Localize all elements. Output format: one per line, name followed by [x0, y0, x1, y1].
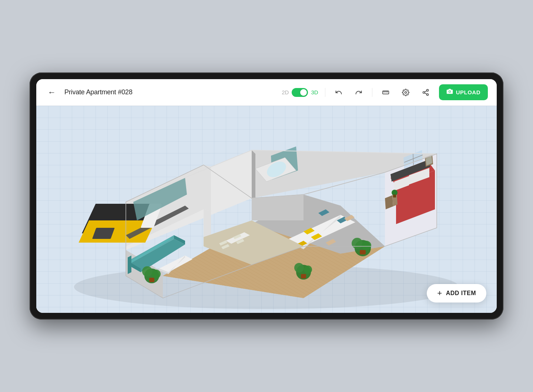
back-button[interactable]: ←: [45, 86, 58, 99]
app-container: ← Private Apartment #028 2D 3D: [36, 79, 497, 313]
svg-point-55: [362, 241, 371, 250]
svg-point-12: [449, 91, 450, 92]
redo-icon: [355, 89, 362, 96]
svg-point-54: [352, 238, 363, 249]
view-3d-label: 3D: [311, 89, 318, 95]
toolbar-separator-1: [325, 88, 325, 97]
add-item-button[interactable]: + ADD ITEM: [427, 284, 486, 303]
svg-rect-76: [393, 195, 396, 197]
canvas-area[interactable]: + ADD ITEM: [36, 106, 497, 313]
view-2d-label: 2D: [282, 89, 289, 95]
add-item-plus-icon: +: [437, 289, 442, 297]
svg-rect-91: [301, 274, 306, 278]
svg-line-78: [413, 154, 413, 166]
toolbar-right: 2D 3D: [282, 84, 488, 100]
add-item-label: ADD ITEM: [446, 290, 476, 297]
svg-marker-34: [252, 195, 304, 220]
svg-point-89: [294, 263, 304, 273]
camera-icon: [446, 88, 453, 97]
svg-point-50: [142, 266, 152, 277]
undo-icon: [335, 89, 342, 96]
project-title: Private Apartment #028: [64, 88, 276, 96]
share-icon: [422, 89, 429, 96]
svg-point-51: [152, 270, 161, 278]
share-button[interactable]: [419, 86, 432, 99]
view-mode-toggle[interactable]: [292, 88, 308, 97]
view-toggle: 2D 3D: [282, 88, 318, 97]
ruler-button[interactable]: [379, 86, 392, 99]
upload-label: UPLOAD: [456, 89, 480, 95]
svg-marker-38: [204, 165, 211, 211]
gear-icon: [402, 89, 409, 96]
floorplan-illustration: [36, 106, 497, 313]
undo-button[interactable]: [332, 86, 345, 99]
redo-button[interactable]: [352, 86, 365, 99]
svg-point-90: [304, 266, 312, 274]
svg-rect-52: [149, 278, 154, 282]
svg-marker-45: [128, 256, 131, 274]
upload-button[interactable]: UPLOAD: [439, 84, 488, 100]
svg-point-5: [405, 91, 406, 93]
ruler-icon: [382, 89, 389, 96]
svg-marker-33: [252, 150, 255, 202]
toolbar: ← Private Apartment #028 2D 3D: [36, 79, 497, 106]
svg-rect-0: [382, 91, 389, 94]
svg-line-9: [425, 93, 427, 94]
toolbar-separator-2: [372, 88, 372, 97]
toggle-knob: [300, 89, 307, 96]
svg-rect-56: [360, 250, 366, 254]
settings-button[interactable]: [399, 86, 412, 99]
back-arrow-icon: ←: [48, 88, 56, 97]
svg-line-10: [425, 91, 427, 92]
svg-marker-39: [204, 209, 211, 239]
device-frame: ← Private Apartment #028 2D 3D: [30, 72, 503, 320]
